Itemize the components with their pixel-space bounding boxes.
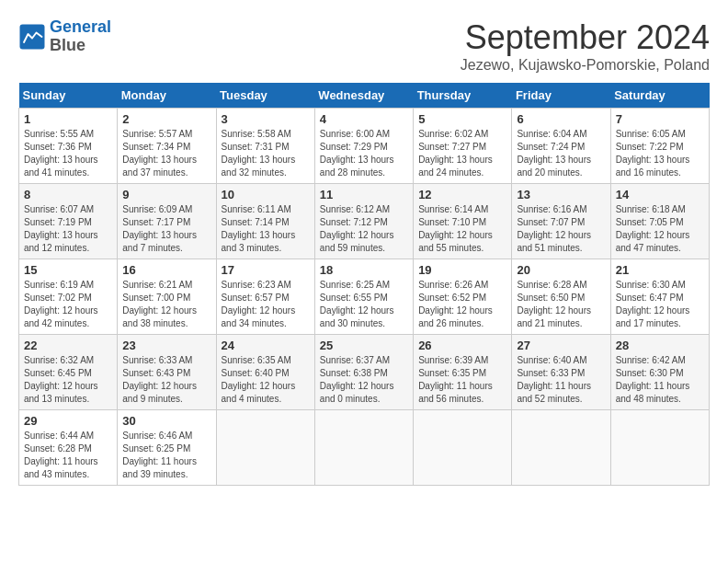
day-number: 20 [517,263,605,277]
weekday-header: Thursday [414,83,512,109]
calendar-week-row: 22Sunrise: 6:32 AMSunset: 6:45 PMDayligh… [19,335,710,410]
cell-content: Sunrise: 6:11 AMSunset: 7:14 PMDaylight:… [222,203,310,255]
cell-content: Sunrise: 6:21 AMSunset: 7:00 PMDaylight:… [122,279,210,330]
page-header: General Blue September 2024 Jezewo, Kuja… [18,18,710,74]
cell-content: Sunrise: 6:04 AMSunset: 7:24 PMDaylight:… [517,128,605,179]
cell-content: Sunrise: 6:16 AMSunset: 7:07 PMDaylight:… [517,203,605,255]
calendar-cell: 11Sunrise: 6:12 AMSunset: 7:12 PMDayligh… [314,184,413,259]
day-number: 16 [122,263,210,277]
title-section: September 2024 Jezewo, Kujawsko-Pomorski… [461,18,710,74]
cell-content: Sunrise: 6:32 AMSunset: 6:45 PMDaylight:… [24,354,112,406]
calendar-cell: 4Sunrise: 6:00 AMSunset: 7:29 PMDaylight… [314,109,413,184]
day-number: 27 [517,339,605,352]
weekday-header: Friday [512,83,610,109]
calendar-cell: 26Sunrise: 6:39 AMSunset: 6:35 PMDayligh… [414,335,512,410]
weekday-header: Sunday [19,83,118,109]
cell-content: Sunrise: 6:25 AMSunset: 6:55 PMDaylight:… [320,279,408,330]
day-number: 28 [616,339,704,352]
cell-content: Sunrise: 5:55 AMSunset: 7:36 PMDaylight:… [24,128,112,179]
calendar-cell [314,410,413,486]
cell-content: Sunrise: 6:44 AMSunset: 6:28 PMDaylight:… [24,430,112,481]
cell-content: Sunrise: 6:30 AMSunset: 6:47 PMDaylight:… [616,279,704,330]
calendar-cell: 9Sunrise: 6:09 AMSunset: 7:17 PMDaylight… [118,184,216,259]
day-number: 15 [24,263,112,277]
calendar-table: SundayMondayTuesdayWednesdayThursdayFrid… [18,83,710,486]
calendar-cell: 2Sunrise: 5:57 AMSunset: 7:34 PMDaylight… [118,109,216,184]
calendar-cell: 21Sunrise: 6:30 AMSunset: 6:47 PMDayligh… [610,259,709,335]
day-number: 3 [222,112,310,126]
cell-content: Sunrise: 6:12 AMSunset: 7:12 PMDaylight:… [320,203,408,255]
day-number: 1 [24,112,112,126]
day-number: 6 [517,112,605,126]
calendar-week-row: 15Sunrise: 6:19 AMSunset: 7:02 PMDayligh… [19,259,710,335]
weekday-header: Tuesday [216,83,314,109]
calendar-cell: 28Sunrise: 6:42 AMSunset: 6:30 PMDayligh… [610,335,709,410]
location: Jezewo, Kujawsko-Pomorskie, Poland [461,57,710,74]
cell-content: Sunrise: 6:46 AMSunset: 6:25 PMDaylight:… [122,430,210,481]
logo-text: General Blue [50,18,111,55]
day-number: 26 [418,339,506,352]
logo-icon [18,23,46,51]
cell-content: Sunrise: 6:00 AMSunset: 7:29 PMDaylight:… [320,128,408,179]
day-number: 9 [122,188,210,201]
cell-content: Sunrise: 6:19 AMSunset: 7:02 PMDaylight:… [24,279,112,330]
day-number: 10 [222,188,310,201]
day-number: 14 [616,188,704,201]
cell-content: Sunrise: 6:35 AMSunset: 6:40 PMDaylight:… [222,354,310,406]
calendar-cell [414,410,512,486]
cell-content: Sunrise: 6:33 AMSunset: 6:43 PMDaylight:… [122,354,210,406]
day-number: 23 [122,339,210,352]
calendar-cell: 30Sunrise: 6:46 AMSunset: 6:25 PMDayligh… [118,410,216,486]
calendar-cell: 14Sunrise: 6:18 AMSunset: 7:05 PMDayligh… [610,184,709,259]
cell-content: Sunrise: 6:42 AMSunset: 6:30 PMDaylight:… [616,354,704,406]
cell-content: Sunrise: 5:58 AMSunset: 7:31 PMDaylight:… [222,128,310,179]
day-number: 8 [24,188,112,201]
day-number: 7 [616,112,704,126]
day-number: 2 [122,112,210,126]
cell-content: Sunrise: 5:57 AMSunset: 7:34 PMDaylight:… [122,128,210,179]
day-number: 4 [320,112,408,126]
cell-content: Sunrise: 6:14 AMSunset: 7:10 PMDaylight:… [418,203,506,255]
calendar-cell [610,410,709,486]
calendar-cell: 23Sunrise: 6:33 AMSunset: 6:43 PMDayligh… [118,335,216,410]
cell-content: Sunrise: 6:40 AMSunset: 6:33 PMDaylight:… [517,354,605,406]
calendar-cell: 20Sunrise: 6:28 AMSunset: 6:50 PMDayligh… [512,259,610,335]
weekday-header: Wednesday [314,83,413,109]
calendar-cell: 24Sunrise: 6:35 AMSunset: 6:40 PMDayligh… [216,335,314,410]
calendar-week-row: 1Sunrise: 5:55 AMSunset: 7:36 PMDaylight… [19,109,710,184]
cell-content: Sunrise: 6:23 AMSunset: 6:57 PMDaylight:… [222,279,310,330]
calendar-cell: 25Sunrise: 6:37 AMSunset: 6:38 PMDayligh… [314,335,413,410]
calendar-cell: 13Sunrise: 6:16 AMSunset: 7:07 PMDayligh… [512,184,610,259]
calendar-week-row: 8Sunrise: 6:07 AMSunset: 7:19 PMDaylight… [19,184,710,259]
day-number: 25 [320,339,408,352]
calendar-cell: 18Sunrise: 6:25 AMSunset: 6:55 PMDayligh… [314,259,413,335]
calendar-cell [512,410,610,486]
calendar-cell: 3Sunrise: 5:58 AMSunset: 7:31 PMDaylight… [216,109,314,184]
cell-content: Sunrise: 6:39 AMSunset: 6:35 PMDaylight:… [418,354,506,406]
weekday-header: Monday [118,83,216,109]
day-number: 12 [418,188,506,201]
day-number: 19 [418,263,506,277]
cell-content: Sunrise: 6:02 AMSunset: 7:27 PMDaylight:… [418,128,506,179]
cell-content: Sunrise: 6:07 AMSunset: 7:19 PMDaylight:… [24,203,112,255]
cell-content: Sunrise: 6:09 AMSunset: 7:17 PMDaylight:… [122,203,210,255]
calendar-cell: 6Sunrise: 6:04 AMSunset: 7:24 PMDaylight… [512,109,610,184]
weekday-header: Saturday [610,83,709,109]
calendar-cell: 22Sunrise: 6:32 AMSunset: 6:45 PMDayligh… [19,335,118,410]
calendar-cell: 15Sunrise: 6:19 AMSunset: 7:02 PMDayligh… [19,259,118,335]
day-number: 18 [320,263,408,277]
day-number: 22 [24,339,112,352]
calendar-cell: 1Sunrise: 5:55 AMSunset: 7:36 PMDaylight… [19,109,118,184]
logo: General Blue [18,18,111,55]
calendar-cell: 16Sunrise: 6:21 AMSunset: 7:00 PMDayligh… [118,259,216,335]
day-number: 21 [616,263,704,277]
cell-content: Sunrise: 6:05 AMSunset: 7:22 PMDaylight:… [616,128,704,179]
day-number: 5 [418,112,506,126]
calendar-cell: 7Sunrise: 6:05 AMSunset: 7:22 PMDaylight… [610,109,709,184]
month-title: September 2024 [461,18,710,57]
calendar-cell: 17Sunrise: 6:23 AMSunset: 6:57 PMDayligh… [216,259,314,335]
cell-content: Sunrise: 6:37 AMSunset: 6:38 PMDaylight:… [320,354,408,406]
calendar-cell: 5Sunrise: 6:02 AMSunset: 7:27 PMDaylight… [414,109,512,184]
day-number: 17 [222,263,310,277]
calendar-cell [216,410,314,486]
